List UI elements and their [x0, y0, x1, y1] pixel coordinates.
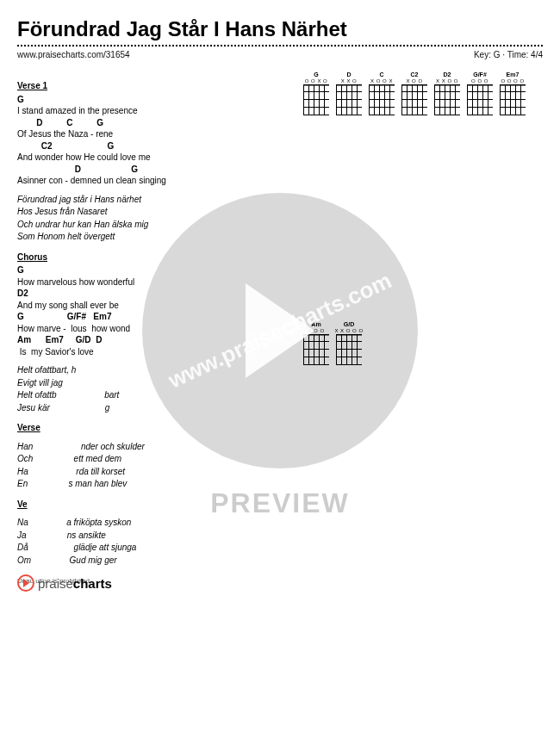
footer-brand: praisecharts — [17, 574, 112, 592]
meta-sep: · — [501, 50, 507, 59]
chord-fingers: X X O O O — [334, 328, 364, 333]
lyric-line: Is my Savior's love — [17, 346, 284, 358]
chord-fingers: X O O X — [367, 78, 396, 84]
lyric-line: Of Jesus the Naza - rene — [17, 128, 284, 140]
translation-block: Helt ofattbart, hEvigt vill jagHelt ofat… — [17, 364, 284, 413]
chord-line: G — [17, 264, 284, 276]
time-label: Time: 4/4 — [507, 50, 543, 59]
chord-diagram: G/DX X O O O — [334, 321, 364, 568]
lyric-line: How marvelous how wonderful — [17, 276, 284, 288]
chord-fingers: X O O — [302, 328, 331, 333]
lyric-line: How marve - lous how wond — [17, 323, 284, 335]
chord-diagram: DX X O — [334, 71, 364, 318]
chord-name: G — [302, 71, 331, 78]
chord-diagram: AmX O O — [302, 321, 331, 568]
chord-name: D2 — [432, 71, 462, 78]
section-title: Chorus — [17, 251, 284, 264]
chord-line: C2 G — [17, 140, 284, 152]
chord-line: G — [17, 94, 284, 106]
lyric-line: I stand amazed in the presence — [17, 105, 284, 117]
brand-suffix: charts — [73, 576, 112, 591]
lyric-line: And my song shall ever be — [17, 300, 284, 312]
chord-diagram: D2X X O O — [432, 71, 462, 318]
chord-grid — [303, 84, 329, 115]
translation-line: Na a friköpta syskon — [17, 517, 284, 529]
translation-block: Förundrad jag står i Hans närhetHos Jesu… — [17, 194, 284, 243]
translation-line: Då glädje att sjunga — [17, 542, 284, 554]
chord-name: Am — [302, 321, 331, 327]
chord-fingers: O O O O — [498, 78, 527, 84]
translation-line: Helt ofattbart, h — [17, 364, 284, 376]
chord-grid — [336, 334, 362, 365]
translation-line: Förundrad jag står i Hans närhet — [17, 194, 284, 206]
translation-line: Helt ofattb bart — [17, 389, 284, 401]
chord-line: D G — [17, 164, 284, 176]
divider — [17, 45, 543, 47]
translation-line: Som Honom helt övergett — [17, 231, 284, 243]
chord-fingers: O O O — [465, 78, 495, 84]
meta-row: www.praisecharts.com/31654 Key: G · Time… — [17, 50, 543, 59]
chord-name: C2 — [400, 71, 429, 78]
chord-diagram: Em7O O O O — [498, 71, 527, 318]
chord-grid — [500, 84, 526, 115]
source-url: www.praisecharts.com/31654 — [17, 50, 130, 59]
chord-diagrams: GO O X ODX X OCX O O XC2X O OD2X X O OG/… — [302, 71, 543, 567]
translation-line: Han nder och skulder — [17, 441, 284, 453]
translation-line: Hos Jesus från Nasaret — [17, 206, 284, 218]
chord-fingers: X X O — [334, 78, 364, 84]
lyric-line: And wonder how He could love me — [17, 152, 284, 164]
chord-diagram: GO O X O — [302, 71, 331, 318]
translation-block: Han nder och skulderOch ett med demHa rd… — [17, 441, 284, 490]
key-time: Key: G · Time: 4/4 — [474, 50, 543, 59]
chord-diagram: C2X O O — [400, 71, 429, 318]
chord-line: Am Em7 G/D D — [17, 334, 284, 346]
lyric-line: Asinner con - demned un clean singing — [17, 175, 284, 187]
translation-line: Och ett med dem — [17, 453, 284, 465]
chord-name: C — [367, 71, 396, 78]
song-title: Förundrad Jag Står I Hans Närhet — [17, 17, 543, 41]
chord-line: D C G — [17, 117, 284, 129]
chord-grid — [336, 84, 362, 115]
translation-line: Ha rda till korset — [17, 466, 284, 478]
section-title: Verse — [17, 422, 284, 434]
chord-grid — [401, 84, 427, 115]
translation-line: Evigt vill jag — [17, 377, 284, 389]
brand-play-icon — [17, 574, 34, 592]
chord-grid — [369, 84, 395, 115]
chord-fingers: X O O — [400, 78, 429, 84]
translation-line: Jesu kär g — [17, 402, 284, 414]
chord-name: D — [334, 71, 364, 78]
chord-grid — [467, 84, 493, 115]
section-title: Verse 1 — [17, 80, 284, 92]
chord-diagram: G/F#O O O — [465, 71, 495, 318]
translation-line: En s man han blev — [17, 478, 284, 490]
chord-name: G/D — [334, 321, 364, 327]
chord-diagram: CX O O X — [367, 71, 396, 318]
chord-fingers: X X O O — [432, 78, 462, 84]
translation-line: Ja ns ansikte — [17, 530, 284, 542]
translation-block: Na a friköpta syskonJa ns ansikteDå gläd… — [17, 517, 284, 566]
chord-line: G G/F# Em7 — [17, 311, 284, 323]
chord-grid — [434, 84, 460, 115]
chord-name: Em7 — [498, 71, 527, 78]
chord-line: D2 — [17, 288, 284, 300]
key-label: Key: G — [474, 50, 501, 59]
brand-prefix: praise — [38, 576, 73, 591]
section-title: Ve — [17, 499, 284, 511]
chord-grid — [303, 334, 329, 365]
chord-name: G/F# — [465, 71, 495, 78]
chord-fingers: O O X O — [302, 78, 331, 84]
lyrics-column: Verse 1GI stand amazed in the presence D… — [17, 71, 284, 567]
translation-line: Om Gud mig ger — [17, 555, 284, 567]
translation-line: Och undrar hur kan Han älska mig — [17, 219, 284, 231]
brand-text: praisecharts — [38, 576, 112, 591]
